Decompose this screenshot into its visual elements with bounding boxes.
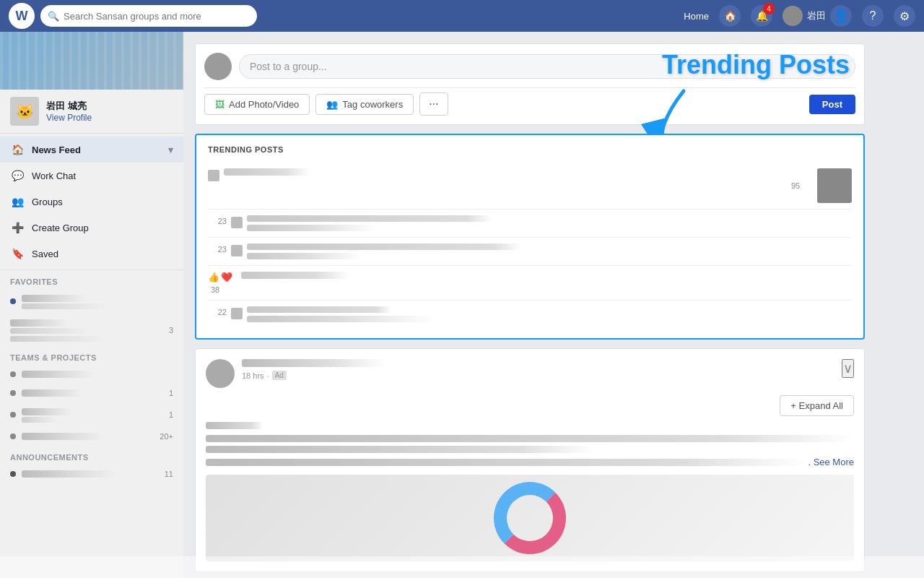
trending-content bbox=[224, 168, 784, 178]
saved-nav-icon: 🔖 bbox=[10, 246, 25, 261]
list-item[interactable] bbox=[0, 365, 183, 384]
sidebar-profile-info: 岩田 城亮 View Profile bbox=[46, 100, 173, 123]
home-icon: 🏠 bbox=[724, 10, 736, 22]
photo-icon: 🖼 bbox=[215, 99, 225, 110]
sidebar: 🐱 岩田 城亮 View Profile 🏠 News Feed ▾ 💬 Wor… bbox=[0, 32, 183, 578]
sidebar-item-work-chat[interactable]: 💬 Work Chat bbox=[0, 163, 183, 189]
dot-separator: · bbox=[267, 371, 269, 380]
post-avatar bbox=[204, 53, 232, 80]
sidebar-avatar: 🐱 bbox=[10, 97, 39, 126]
trending-count: 95 bbox=[791, 181, 810, 190]
sidebar-item-saved[interactable]: 🔖 Saved bbox=[0, 241, 183, 267]
post-input[interactable]: Post to a group... bbox=[239, 54, 855, 79]
love-icon: ❤️ bbox=[221, 272, 232, 282]
see-more-link[interactable]: . See More bbox=[808, 457, 854, 467]
post-image bbox=[206, 475, 854, 561]
home-link[interactable]: Home bbox=[684, 11, 709, 22]
user-avatar bbox=[783, 6, 803, 26]
post-actions: 🖼 Add Photo/Video 👥 Tag coworkers ··· Po… bbox=[204, 87, 855, 116]
team-count-1: 1 bbox=[169, 389, 173, 397]
trending-row-left: 23 bbox=[208, 215, 852, 231]
trending-row-left: 👍 ❤️ 38 bbox=[208, 272, 852, 294]
groups-label: Groups bbox=[32, 197, 63, 207]
topnav-right: Home 🏠 🔔 4 岩田 👤 ? ⚙ bbox=[684, 5, 915, 27]
create-group-label: Create Group bbox=[32, 223, 89, 233]
trending-content bbox=[241, 272, 852, 282]
sidebar-item-create-group[interactable]: ➕ Create Group bbox=[0, 215, 183, 241]
search-icon: 🔍 bbox=[48, 11, 59, 22]
user-menu[interactable]: 岩田 👤 bbox=[783, 5, 852, 27]
favorites-section-title: FAVORITES bbox=[0, 270, 183, 289]
trending-row[interactable]: 95 bbox=[208, 163, 852, 210]
trending-row[interactable]: 23 bbox=[208, 210, 852, 238]
news-feed-label: News Feed bbox=[32, 144, 81, 155]
work-chat-label: Work Chat bbox=[32, 171, 76, 181]
favorites-count: 3 bbox=[169, 326, 173, 335]
topnav-logo[interactable]: W bbox=[9, 3, 35, 29]
trending-thumbnail bbox=[817, 168, 852, 203]
trending-row[interactable]: 23 bbox=[208, 238, 852, 266]
list-item[interactable]: 3 bbox=[0, 314, 183, 346]
announcement-count: 11 bbox=[165, 470, 173, 478]
trending-content bbox=[247, 243, 852, 259]
post-image-graphic bbox=[494, 482, 566, 554]
team-count-2: 1 bbox=[169, 410, 173, 419]
trending-post-icon bbox=[231, 245, 243, 256]
add-photo-video-button[interactable]: 🖼 Add Photo/Video bbox=[204, 94, 310, 115]
chat-nav-icon: 💬 bbox=[10, 168, 25, 183]
create-group-nav-icon: ➕ bbox=[10, 220, 25, 235]
list-dot bbox=[10, 412, 16, 418]
trending-count: 23 bbox=[208, 243, 227, 254]
question-icon: ? bbox=[870, 9, 876, 22]
post-card-text: . See More bbox=[206, 422, 854, 467]
tag-icon: 👥 bbox=[326, 99, 338, 110]
home-nav-icon: 🏠 bbox=[10, 142, 25, 157]
main-content: Trending Posts Post to a group... 🖼 Add … bbox=[183, 32, 876, 578]
sidebar-item-news-feed[interactable]: 🏠 News Feed ▾ bbox=[0, 137, 183, 163]
trending-post-icon bbox=[231, 217, 243, 228]
sidebar-item-groups[interactable]: 👥 Groups bbox=[0, 189, 183, 215]
saved-label: Saved bbox=[32, 249, 58, 259]
trending-section-title: TRENDING POSTS bbox=[208, 145, 852, 154]
trending-row[interactable]: 👍 ❤️ 38 bbox=[208, 266, 852, 301]
list-item[interactable]: 1 bbox=[0, 402, 183, 427]
list-dot bbox=[10, 434, 16, 439]
tag-coworkers-button[interactable]: 👥 Tag coworkers bbox=[315, 94, 414, 115]
list-item[interactable]: 20+ bbox=[0, 427, 183, 446]
list-item[interactable] bbox=[0, 289, 183, 314]
list-item[interactable]: 11 bbox=[0, 465, 183, 483]
gear-icon: ⚙ bbox=[899, 9, 910, 23]
list-dot bbox=[10, 371, 16, 377]
notification-btn[interactable]: 🔔 4 bbox=[751, 5, 772, 27]
search-input[interactable] bbox=[64, 11, 250, 22]
layout: 🐱 岩田 城亮 View Profile 🏠 News Feed ▾ 💬 Wor… bbox=[0, 32, 924, 578]
settings-btn[interactable]: ⚙ bbox=[894, 5, 915, 27]
user-name-label: 岩田 bbox=[807, 9, 826, 22]
expand-all-button[interactable]: + Expand All bbox=[780, 395, 854, 416]
post-author-name bbox=[242, 359, 386, 367]
search-bar[interactable]: 🔍 bbox=[40, 5, 257, 27]
topnav: W 🔍 Home 🏠 🔔 4 岩田 👤 ? ⚙ bbox=[0, 0, 924, 32]
user-icon-btn[interactable]: 👤 bbox=[830, 5, 852, 27]
list-dot bbox=[10, 471, 16, 477]
more-dots-icon: ··· bbox=[429, 98, 438, 110]
trending-row-left: 22 bbox=[208, 306, 852, 322]
trending-row-left bbox=[208, 168, 784, 181]
sidebar-profile: 🐱 岩田 城亮 View Profile bbox=[0, 90, 183, 134]
more-options-button[interactable]: ··· bbox=[419, 92, 448, 116]
help-btn[interactable]: ? bbox=[862, 5, 884, 27]
trending-row[interactable]: 22 bbox=[208, 301, 852, 328]
list-item[interactable]: 1 bbox=[0, 384, 183, 402]
home-icon-btn[interactable]: 🏠 bbox=[719, 5, 741, 27]
reaction-icons: 👍 ❤️ bbox=[208, 272, 232, 282]
list-dot bbox=[10, 298, 16, 304]
trending-row-left: 23 bbox=[208, 243, 852, 259]
post-card-avatar bbox=[206, 359, 235, 388]
view-profile-link[interactable]: View Profile bbox=[46, 113, 173, 123]
post-time: 18 hrs · Ad bbox=[242, 371, 834, 380]
trending-count: 22 bbox=[208, 306, 227, 316]
teams-section-title: TEAMS & PROJECTS bbox=[0, 346, 183, 365]
post-button[interactable]: Post bbox=[809, 95, 855, 114]
chevron-down-icon: ▾ bbox=[168, 144, 173, 155]
collapse-button[interactable]: ∨ bbox=[842, 359, 854, 378]
